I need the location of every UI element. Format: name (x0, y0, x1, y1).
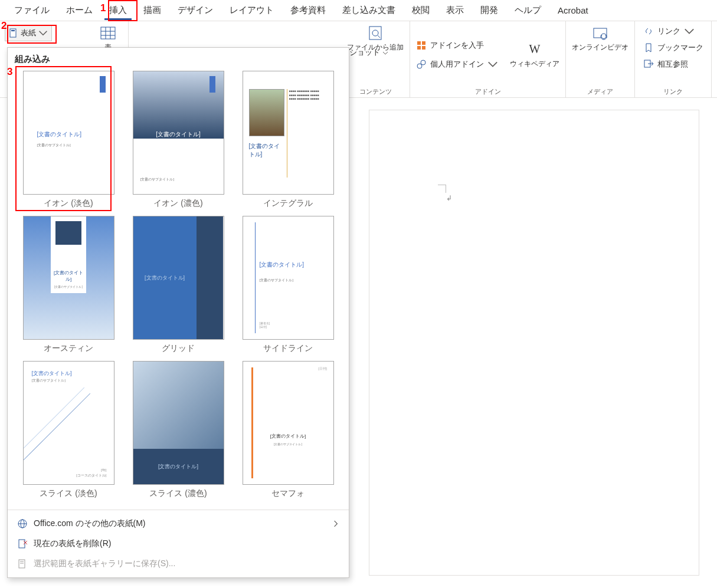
get-addins-label: アドインを入手 (430, 40, 484, 51)
template-ion-light[interactable]: [文書のタイトル] [文書のサブタイトル] イオン (淡色) (19, 71, 117, 209)
tab-home[interactable]: ホーム (59, 1, 100, 19)
svg-point-21 (421, 60, 425, 65)
template-grid[interactable]: [文書のタイトル] グリッド (129, 216, 227, 354)
svg-rect-2 (101, 27, 115, 39)
globe-icon (17, 518, 28, 529)
tab-view[interactable]: 表示 (439, 1, 471, 19)
template-slice-dark[interactable]: [文書のタイトル] スライス (濃色) (129, 361, 227, 499)
tab-draw[interactable]: 描画 (136, 1, 168, 19)
dropdown-footer: Office.com のその他の表紙(M) 現在の表紙を削除(R) 選択範囲を表… (8, 510, 349, 577)
thumb-slice-light: [文書のタイトル] [文書のサブタイトル] [年][コースのタイトル] (23, 361, 114, 485)
cover-gallery[interactable]: [文書のタイトル] [文書のサブタイトル] イオン (淡色) [文書のタイトル]… (8, 68, 349, 505)
tab-acrobat[interactable]: Acrobat (551, 2, 595, 19)
remove-page-icon (17, 538, 28, 549)
screenshot-partial[interactable]: ショット (349, 47, 388, 58)
tab-file[interactable]: ファイル (7, 1, 57, 19)
svg-rect-17 (422, 41, 425, 45)
thumb-austin: [文書のタイトル][文書のサブタイトル] (23, 216, 114, 340)
document-page[interactable]: ↲ (369, 110, 699, 576)
thumb-ion-dark: [文書のタイトル] [文書のサブタイトル] (133, 71, 224, 195)
wikipedia-button[interactable]: W ウィキペディア (510, 41, 559, 69)
tab-layout[interactable]: レイアウト (222, 1, 281, 19)
svg-rect-32 (19, 560, 25, 568)
my-addins-button[interactable]: 個人用アドイン (416, 58, 498, 71)
bookmark-label: ブックマーク (657, 42, 703, 53)
chevron-right-icon (332, 520, 339, 527)
tab-references[interactable]: 参考資料 (283, 1, 333, 19)
ribbon-tabs: ファイル ホーム 挿入 描画 デザイン レイアウト 参考資料 差し込み文書 校閲… (0, 0, 717, 21)
margin-corner-icon (438, 185, 446, 193)
template-ion-dark[interactable]: [文書のタイトル] [文書のサブタイトル] イオン (濃色) (129, 71, 227, 209)
crossref-icon (643, 59, 654, 70)
tab-mailings[interactable]: 差し込み文書 (335, 1, 402, 19)
chevron-down-icon (382, 50, 388, 56)
dropdown-section-label: 組み込み (8, 48, 349, 68)
svg-rect-19 (422, 46, 425, 50)
template-semaphore[interactable]: [日付] [文書のタイトル] [文書のサブタイトル] セマフォ (239, 361, 337, 499)
bookmark-button[interactable]: ブックマーク (643, 41, 703, 54)
save-gallery-icon (17, 559, 28, 569)
group-media-label: メディア (587, 87, 613, 96)
svg-point-20 (417, 64, 422, 68)
thumb-integral: ■■■■ ■■■■■■■ ■■■■■ ■■■■ ■■■■■■■ ■■■■■ ■■… (243, 71, 334, 195)
thumb-slice-dark: [文書のタイトル] (133, 361, 224, 485)
group-content-label: コンテンツ (359, 87, 392, 96)
document-area[interactable]: ↲ (351, 100, 717, 588)
annotation-1: 1 (100, 2, 106, 14)
link-label: リンク (657, 26, 680, 37)
crossref-label: 相互参照 (657, 59, 688, 70)
video-icon (592, 25, 608, 41)
svg-text:W: W (529, 42, 541, 55)
addin-icon (416, 59, 427, 70)
save-to-gallery-menuitem: 選択範囲を表紙ギャラリーに保存(S)... (8, 554, 349, 574)
thumb-semaphore: [日付] [文書のタイトル] [文書のサブタイトル] (243, 361, 334, 485)
bookmark-icon (643, 42, 654, 53)
svg-rect-16 (417, 41, 421, 45)
cover-page-button[interactable]: 表紙 (5, 25, 52, 41)
template-integral[interactable]: ■■■■ ■■■■■■■ ■■■■■ ■■■■ ■■■■■■■ ■■■■■ ■■… (239, 71, 337, 209)
thumb-ion-light: [文書のタイトル] [文書のサブタイトル] (23, 71, 114, 195)
link-button[interactable]: リンク (643, 25, 695, 38)
cover-page-label: 表紙 (21, 28, 36, 38)
tab-insert[interactable]: 挿入 (102, 1, 134, 19)
svg-rect-18 (417, 46, 421, 50)
table-icon (100, 25, 116, 41)
thumb-sideline: [文書のタイトル] [文書のサブタイトル] [著者名][日付] (243, 216, 334, 340)
more-from-office-menuitem[interactable]: Office.com のその他の表紙(M) (8, 514, 349, 534)
store-icon (416, 40, 427, 51)
template-slice-light[interactable]: [文書のタイトル] [文書のサブタイトル] [年][コースのタイトル] スライス… (19, 361, 117, 499)
tab-developer[interactable]: 開発 (473, 1, 505, 19)
online-video-label: オンラインビデオ (572, 42, 628, 52)
page-icon (9, 28, 18, 38)
annotation-3: 3 (7, 66, 12, 78)
tab-review[interactable]: 校閲 (405, 1, 437, 19)
svg-rect-1 (11, 30, 15, 31)
chevron-down-icon (38, 28, 48, 38)
tab-design[interactable]: デザイン (171, 1, 220, 19)
reuse-file-icon (367, 25, 384, 41)
link-icon (643, 26, 654, 37)
annotation-2: 2 (1, 20, 6, 32)
group-addins-label: アドイン (475, 87, 501, 96)
remove-cover-menuitem[interactable]: 現在の表紙を削除(R) (8, 534, 349, 554)
get-addins-button[interactable]: アドインを入手 (416, 39, 498, 52)
chevron-down-icon (684, 26, 695, 37)
crossref-button[interactable]: 相互参照 (643, 58, 688, 71)
wikipedia-icon: W (526, 41, 543, 58)
chevron-down-icon (487, 59, 498, 70)
template-sideline[interactable]: [文書のタイトル] [文書のサブタイトル] [著者名][日付] サイドライン (239, 216, 337, 354)
wikipedia-label: ウィキペディア (510, 59, 559, 69)
tab-help[interactable]: ヘルプ (508, 1, 548, 19)
my-addins-label: 個人用アドイン (430, 59, 484, 70)
online-video-button[interactable]: オンラインビデオ (572, 25, 628, 52)
cover-page-dropdown: 組み込み [文書のタイトル] [文書のサブタイトル] イオン (淡色) [文書の… (7, 47, 349, 578)
group-link-label: リンク (663, 87, 683, 96)
thumb-grid: [文書のタイトル] (133, 216, 224, 340)
paragraph-mark-icon: ↲ (446, 194, 452, 202)
template-austin[interactable]: [文書のタイトル][文書のサブタイトル] オースティン (19, 216, 117, 354)
